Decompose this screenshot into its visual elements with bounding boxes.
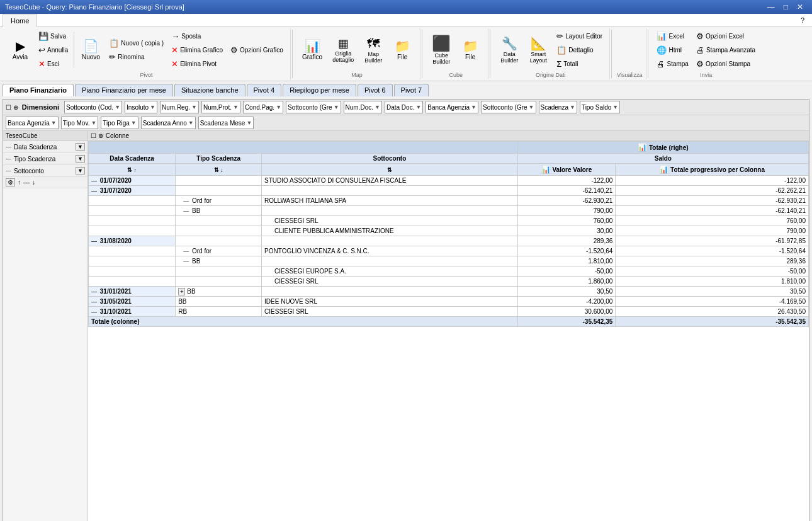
- th-controls3[interactable]: ⇅: [262, 164, 518, 176]
- sort-asc-icon[interactable]: ↑: [18, 179, 21, 186]
- window-title: TeseoCube - Query: Piano Finanziario [Ci…: [5, 3, 184, 11]
- salva-button[interactable]: 💾 Salva: [35, 30, 71, 43]
- layout-editor-button[interactable]: ✏ Layout Editor: [553, 30, 606, 43]
- dropdown-num-doc[interactable]: Num.Doc. ▼: [344, 101, 382, 113]
- expand-icon[interactable]: ☐ ⊕: [6, 104, 18, 111]
- dropdown-sottoconto-gr1[interactable]: Sottoconto (Gre ▼: [286, 101, 341, 113]
- collapse-icon: —: [91, 178, 97, 184]
- dropdown-tipo-mov[interactable]: Tipo Mov. ▼: [61, 117, 99, 129]
- td-tipo: [176, 226, 262, 236]
- dropdown-banca-agenzia2[interactable]: Banca Agenzia ▼: [6, 117, 59, 129]
- rinomina-button[interactable]: ✏ Rinomina: [106, 50, 167, 64]
- pivot-tab-riepilogo-mese[interactable]: Riepilogo per mese: [283, 84, 356, 96]
- row-dim-dropdown3[interactable]: ▼: [76, 167, 85, 175]
- map-builder-button[interactable]: 🗺 MapBuilder: [359, 35, 387, 66]
- dropdown-data-doc[interactable]: Data Doc. ▼: [385, 101, 423, 113]
- file-cube-button[interactable]: 📁 File: [456, 37, 484, 63]
- griglia-dettaglio-button[interactable]: ▦ Grigliadettaglio: [328, 35, 358, 66]
- pivot-tab-pivot6[interactable]: Pivot 6: [358, 84, 393, 96]
- table-row: — 31/10/2021 RB CIESSEGI SRL 30.600,00 2…: [89, 307, 809, 317]
- rinomina-icon: ✏: [109, 52, 116, 62]
- pivot-tab-pivot7[interactable]: Pivot 7: [394, 84, 429, 96]
- sposta-button[interactable]: → Sposta: [168, 30, 226, 43]
- row-dim-data-scadenza[interactable]: — Data Scadenza ▼: [3, 141, 87, 153]
- row-dims-spacer: [3, 188, 87, 521]
- grafico-button[interactable]: 📊 Grafico: [298, 37, 327, 63]
- dropdown-cond-pag[interactable]: Cond.Pag. ▼: [243, 101, 283, 113]
- pivot-tab-piano-finanziario[interactable]: Piano Finanziario: [3, 84, 74, 96]
- minimize-button[interactable]: —: [764, 3, 779, 11]
- th-controls1[interactable]: ⇅ ↑: [89, 164, 176, 176]
- sort-desc-icon[interactable]: ↓: [32, 179, 35, 186]
- td-sottoconto: CIESSEGI EUROPE S.A.: [262, 266, 518, 277]
- nuovo-copia-button[interactable]: 📋 Nuovo ( copia ): [106, 37, 167, 50]
- dropdown-tipo-saldo[interactable]: Tipo Saldo ▼: [580, 101, 620, 113]
- smart-layout-button[interactable]: 📐 SmartLayout: [524, 35, 552, 66]
- collapse-icon: —: [183, 248, 189, 255]
- collapse-icon: —: [183, 198, 189, 204]
- row-dim-dropdown2[interactable]: ▼: [76, 155, 85, 163]
- html-button[interactable]: 🌐 Html: [653, 43, 691, 57]
- td-tipo: [176, 216, 262, 226]
- title-bar: TeseoCube - Query: Piano Finanziario [Ci…: [0, 0, 812, 14]
- opzioni-grafico-button[interactable]: ⚙ Opzioni Grafico: [227, 43, 286, 57]
- ribbon-group-pivot: ▶ Avvia 💾 Salva ↩ Annulla ✕ Esci: [3, 28, 291, 79]
- elimina-pivot-button[interactable]: ✕ Elimina Pivot: [168, 57, 226, 71]
- divider1: [74, 32, 74, 68]
- dettaglio-button[interactable]: 📋 Dettaglio: [553, 43, 606, 57]
- dropdown-banca-agenzia1[interactable]: Banca Agenzia ▼: [426, 101, 478, 113]
- cols-expand[interactable]: ☐ ⊕: [91, 132, 103, 139]
- sort-icon1: ⇅ ↑: [127, 167, 137, 173]
- window-controls[interactable]: — □ ✕: [764, 3, 807, 11]
- file-map-button[interactable]: 📁 File: [388, 37, 416, 63]
- th-controls2[interactable]: ⇅ ↓: [176, 164, 262, 176]
- stampa-avanzata-button[interactable]: 🖨 Stampa Avanzata: [693, 43, 758, 57]
- ribbon-content: ▶ Avvia 💾 Salva ↩ Annulla ✕ Esci: [0, 27, 812, 81]
- opzioni-excel-button[interactable]: ⚙ Opzioni Excel: [693, 30, 758, 43]
- help-button[interactable]: ?: [796, 14, 809, 26]
- maximize-button[interactable]: □: [780, 3, 792, 11]
- dropdown-scadenza[interactable]: Scadenza ▼: [539, 101, 577, 113]
- pivot-tab-situazione-banche[interactable]: Situazione banche: [174, 84, 245, 96]
- row-dim-dropdown1[interactable]: ▼: [76, 143, 85, 151]
- elimina-pivot-icon: ✕: [171, 59, 178, 69]
- td-sottoconto: [262, 256, 518, 266]
- dropdown-scadenza-anno[interactable]: Scadenza Anno ▼: [141, 117, 196, 129]
- main-panel: ☐ ⊕ Dimensioni Sottoconto (Cod. ▼ Insolu…: [3, 99, 809, 521]
- dropdown-scadenza-mese[interactable]: Scadenza Mese ▼: [198, 117, 254, 129]
- nuovo-small-buttons: 📋 Nuovo ( copia ) ✏ Rinomina: [106, 37, 167, 64]
- excel-button[interactable]: 📊 Excel: [653, 30, 691, 43]
- collapse-icon: —: [91, 309, 97, 315]
- pivot-workspace: TeseoCube — Data Scadenza ▼ — Tipo Scade…: [3, 131, 809, 521]
- dropdown-num-reg[interactable]: Num.Reg. ▼: [160, 101, 199, 113]
- row-dim-tipo-scadenza[interactable]: — Tipo Scadenza ▼: [3, 153, 87, 165]
- divider4: [490, 30, 490, 78]
- dropdown-insoluto[interactable]: Insoluto ▼: [125, 101, 157, 113]
- opzioni-stampa-button[interactable]: ⚙ Opzioni Stampa: [693, 57, 758, 71]
- totali-button[interactable]: Σ Totali: [553, 57, 606, 71]
- cube-builder-button[interactable]: ⬛ CubeBuilder: [427, 33, 455, 67]
- td-tipo: [176, 176, 262, 186]
- pivot-tab-pivot4[interactable]: Pivot 4: [247, 84, 282, 96]
- avvia-button[interactable]: ▶ Avvia: [6, 37, 34, 63]
- pivot-tab-piano-finanziario-mese[interactable]: Piano Finanziario per mese: [75, 84, 173, 96]
- dropdown-num-prot[interactable]: Num.Prot. ▼: [201, 101, 240, 113]
- data-builder-button[interactable]: 🔧 DataBuilder: [495, 35, 523, 66]
- file-map-icon: 📁: [395, 40, 410, 52]
- dropdown-sottoconto-cod[interactable]: Sottoconto (Cod. ▼: [64, 101, 122, 113]
- close-button[interactable]: ✕: [793, 3, 807, 11]
- expand-plus[interactable]: +: [178, 288, 185, 295]
- tab-home[interactable]: Home: [3, 14, 37, 27]
- elimina-grafico-button[interactable]: ✕ Elimina Grafico: [168, 43, 226, 57]
- content-area: Piano Finanziario Piano Finanziario per …: [0, 81, 812, 521]
- pivot-buttons: ▶ Avvia 💾 Salva ↩ Annulla ✕ Esci: [6, 30, 286, 71]
- divider2: [292, 30, 293, 78]
- stampa-button[interactable]: 🖨 Stampa: [653, 57, 691, 71]
- nuovo-button[interactable]: 📄 Nuovo: [77, 37, 104, 63]
- settings-icon[interactable]: ⚙: [6, 178, 15, 186]
- row-dim-sottoconto[interactable]: — Sottoconto ▼: [3, 165, 87, 177]
- dropdown-tipo-riga[interactable]: Tipo Riga ▼: [101, 117, 138, 129]
- dropdown-sottoconto-gr2[interactable]: Sottoconto (Gre ▼: [481, 101, 536, 113]
- annulla-button[interactable]: ↩ Annulla: [35, 43, 71, 57]
- esci-button[interactable]: ✕ Esci: [35, 57, 71, 71]
